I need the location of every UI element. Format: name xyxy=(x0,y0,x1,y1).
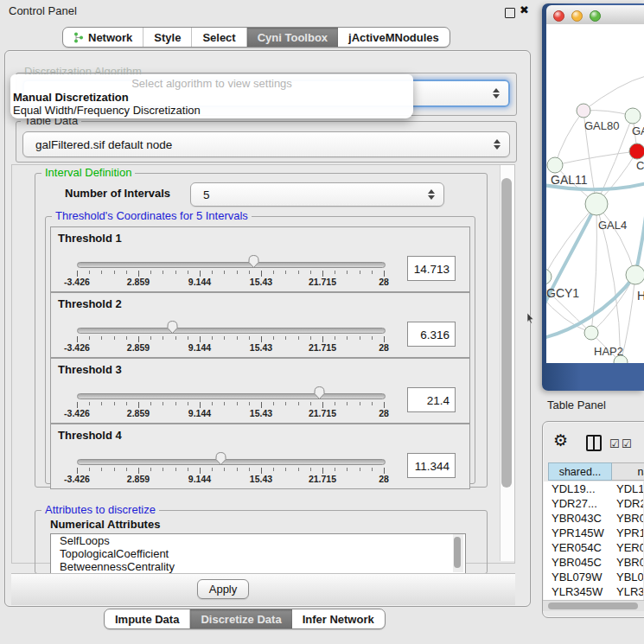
top-tab-bar: NetworkStyleSelectCyni ToolboxjActiveMNo… xyxy=(62,27,450,48)
tab-cyni-toolbox[interactable]: Cyni Toolbox xyxy=(247,28,338,47)
node-label-red: C xyxy=(636,159,644,172)
attribute-list-item[interactable]: TopologicalCoefficient xyxy=(51,547,465,560)
table-row[interactable]: YER054CYER0 xyxy=(544,540,643,555)
checkbox-icon[interactable]: ☑ xyxy=(609,437,620,450)
tab-discretize-data[interactable]: Discretize Data xyxy=(190,609,291,628)
list-scrollbar-track[interactable] xyxy=(453,534,463,572)
horizontal-scrollbar-track[interactable] xyxy=(543,600,644,611)
network-node-hap2[interactable] xyxy=(584,326,598,340)
threshold-value-field[interactable]: 21.4 xyxy=(407,387,456,412)
tab-impute-data[interactable]: Impute Data xyxy=(105,609,190,628)
slider-track[interactable] xyxy=(77,459,386,465)
cell-name: YLR3 xyxy=(616,585,643,598)
slider-thumb[interactable] xyxy=(247,254,260,269)
network-edge[interactable] xyxy=(555,151,637,165)
numerical-attributes-list[interactable]: SelfLoopsTopologicalCoefficientBetweenne… xyxy=(50,533,466,575)
cell-shared-name: YLR345W xyxy=(552,585,603,598)
network-node-h[interactable] xyxy=(626,265,644,284)
network-edge[interactable] xyxy=(555,111,583,165)
network-canvas[interactable]: GAL80GACGAL11GAL4GCY1HHAP2 xyxy=(546,24,644,363)
slider-thumb[interactable] xyxy=(214,451,227,466)
close-icon[interactable]: ✖ xyxy=(520,3,529,16)
tick-label: 2.859 xyxy=(127,277,150,287)
mouse-cursor-icon xyxy=(527,313,536,325)
slider-track[interactable] xyxy=(77,393,386,399)
network-window-titlebar[interactable] xyxy=(546,5,644,25)
table-row[interactable]: YBL079WYBL0 xyxy=(544,570,643,584)
network-node-gcy1[interactable] xyxy=(546,269,552,284)
tab-infer-network[interactable]: Infer Network xyxy=(292,609,385,628)
tick-label: 2.859 xyxy=(127,408,150,418)
checkbox-icon[interactable]: ☑ xyxy=(622,437,632,450)
network-edge[interactable] xyxy=(546,204,596,277)
num-intervals-combo[interactable]: 5 xyxy=(190,182,444,207)
column-header-name[interactable]: na xyxy=(612,462,644,481)
float-window-icon[interactable] xyxy=(505,8,515,18)
table-data-combo[interactable]: galFiltered.sif default node xyxy=(22,131,510,157)
tick-label: 28 xyxy=(379,474,389,484)
attributes-legend: Attributes to discretize xyxy=(41,504,159,516)
tick-label: 15.43 xyxy=(250,408,272,418)
combo-spinner-icon xyxy=(494,139,501,150)
cell-shared-name: YBR045C xyxy=(552,556,602,569)
network-edge[interactable] xyxy=(583,76,644,111)
list-scrollbar-thumb[interactable] xyxy=(454,537,461,568)
interval-definition-legend: Interval Definition xyxy=(41,167,135,179)
close-traffic-light-icon[interactable] xyxy=(553,10,564,22)
gear-icon[interactable]: ⚙ xyxy=(553,430,568,450)
network-node-gal11[interactable] xyxy=(547,157,563,173)
threshold-panel-3: Threshold 3-3.4262.8599.14415.4321.71528… xyxy=(50,358,470,424)
tab-style[interactable]: Style xyxy=(143,28,192,47)
application-root: Control Panel ✖ NetworkStyleSelectCyni T… xyxy=(0,0,644,644)
network-node-gal80[interactable] xyxy=(577,104,590,118)
table-row[interactable]: YLR345WYLR3 xyxy=(544,584,643,599)
table-body[interactable]: YDL19...YDL1YDR27...YDR2YBR043CYBR0YPR14… xyxy=(544,481,643,600)
threshold-value-field[interactable]: 11.344 xyxy=(407,453,456,478)
minimize-traffic-light-icon[interactable] xyxy=(571,10,583,22)
slider-track[interactable] xyxy=(77,262,386,268)
node-label-gal80: GAL80 xyxy=(584,119,619,132)
threshold-value-field[interactable]: 14.713 xyxy=(407,256,456,281)
dropdown-option-manual[interactable]: Manual Discretization xyxy=(13,91,129,104)
cell-name: YDR2 xyxy=(616,497,643,510)
network-node-ga[interactable] xyxy=(625,108,641,124)
table-row[interactable]: YBR043CYBR0 xyxy=(544,511,643,526)
table-row[interactable]: YBR045CYBR0 xyxy=(544,555,643,570)
slider-thumb[interactable] xyxy=(313,386,326,400)
columns-icon[interactable] xyxy=(586,435,602,451)
zoom-traffic-light-icon[interactable] xyxy=(590,10,601,22)
network-edge[interactable] xyxy=(596,204,635,275)
dropdown-option-equal-width[interactable]: Equal Width/Frequency Discretization xyxy=(13,104,201,117)
apply-button[interactable]: Apply xyxy=(197,579,249,599)
column-header-shared-name[interactable]: shared... xyxy=(548,462,612,481)
node-label-h: H xyxy=(637,289,644,303)
tab-network[interactable]: Network xyxy=(63,28,143,47)
threshold-value-field[interactable]: 6.316 xyxy=(407,322,456,347)
slider-track[interactable] xyxy=(77,328,386,334)
network-node-gal4[interactable] xyxy=(585,193,608,215)
slider-ticks xyxy=(77,336,385,342)
threshold-label: Threshold 3 xyxy=(58,363,122,376)
panel-footer xyxy=(11,573,515,605)
tab-select[interactable]: Select xyxy=(192,28,246,47)
node-label-gcy1: GCY1 xyxy=(546,286,579,300)
attribute-list-item[interactable]: BetweennessCentrality xyxy=(51,560,465,573)
attribute-list-item[interactable]: SelfLoops xyxy=(51,534,465,547)
slider-ticks xyxy=(77,402,385,408)
threshold-label: Threshold 4 xyxy=(58,429,122,442)
tick-label: 2.859 xyxy=(127,342,150,353)
dropdown-placeholder[interactable]: Select algorithm to view settings xyxy=(10,77,413,90)
tab-label: Select xyxy=(202,31,235,44)
table-row[interactable]: YDL19...YDL1 xyxy=(544,481,643,496)
slider-thumb[interactable] xyxy=(166,320,179,335)
table-row[interactable]: YDR27...YDR2 xyxy=(544,496,643,511)
tick-label: -3.426 xyxy=(64,277,90,287)
vertical-scrollbar-thumb[interactable] xyxy=(501,178,512,488)
network-edge[interactable] xyxy=(546,204,596,318)
table-panel-title: Table Panel xyxy=(547,399,606,411)
horizontal-scrollbar-thumb[interactable] xyxy=(548,603,638,609)
tab-jactivemnodules[interactable]: jActiveMNodules xyxy=(338,28,450,47)
cell-shared-name: YPR145W xyxy=(552,526,604,539)
network-node-red[interactable] xyxy=(629,143,644,159)
table-row[interactable]: YPR145WYPR1 xyxy=(544,526,643,540)
